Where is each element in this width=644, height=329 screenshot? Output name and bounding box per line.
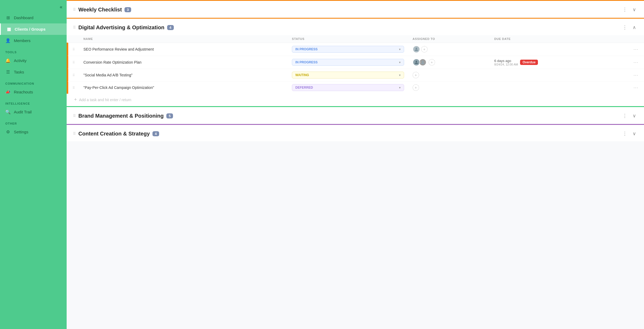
status-label: IN PROGRESS <box>295 47 317 51</box>
avatar <box>419 59 426 66</box>
group-badge: 3 <box>124 7 131 12</box>
sidebar-item-reachouts[interactable]: 📣 Reachouts <box>0 86 67 98</box>
group-more-button[interactable]: ⋮ <box>621 130 629 138</box>
col-name: NAME <box>79 35 288 43</box>
group-title: Digital Advertising & Optimization <box>78 24 164 31</box>
group-title: Content Creation & Strategy <box>78 131 150 137</box>
settings-icon: ⚙ <box>5 129 11 134</box>
sidebar-item-activity[interactable]: 🔔 Activity <box>0 55 67 66</box>
sidebar-item-label: Dashboard <box>14 15 33 20</box>
group-collapse-button[interactable]: ∧ <box>631 23 638 31</box>
task-drag-handle-icon: ⠿ <box>73 61 75 64</box>
status-select[interactable]: IN PROGRESS ▼ <box>292 46 404 53</box>
group-header-left: ⠿ Content Creation & Strategy 4 <box>73 131 618 137</box>
group-header-weekly-checklist[interactable]: ⠿ Weekly Checklist 3 ⋮ ∨ <box>67 1 644 17</box>
task-more-options-button[interactable]: ⋯ <box>632 46 640 53</box>
group-header-actions: ⋮ ∨ <box>621 6 638 14</box>
sidebar-item-label: Settings <box>14 130 28 134</box>
reachouts-icon: 📣 <box>5 89 11 94</box>
svg-point-1 <box>416 61 417 62</box>
group-badge: 4 <box>152 131 159 136</box>
due-date-text: 6 days ago <box>494 59 511 63</box>
status-select[interactable]: WAITING ▼ <box>292 72 404 79</box>
status-label: IN PROGRESS <box>295 60 317 64</box>
sidebar: « ⊞ Dashboard ▦ Clients / Groups 👤 Membe… <box>0 0 67 329</box>
table-row: ⠿ "Social Media Ad A/B Testing" WAITING … <box>67 69 644 81</box>
add-task-row[interactable]: + Add a task and hit enter / return <box>67 94 644 106</box>
group-header-digital-advertising[interactable]: ⠿ Digital Advertising & Optimization 4 ⋮… <box>67 19 644 35</box>
dashboard-icon: ⊞ <box>5 15 11 20</box>
sidebar-item-dashboard[interactable]: ⊞ Dashboard <box>0 12 67 23</box>
collapse-icon: « <box>60 4 62 10</box>
group-more-button[interactable]: ⋮ <box>621 112 629 120</box>
members-icon: 👤 <box>5 38 11 43</box>
table-row: ⠿ SEO Performance Review and Adjustment … <box>67 43 644 56</box>
table-row: ⠿ "Pay-Per-Click Ad Campaign Optimizatio… <box>67 81 644 94</box>
activity-icon: 🔔 <box>5 58 11 63</box>
group-header-actions: ⋮ ∨ <box>621 130 638 138</box>
sidebar-collapse-button[interactable]: « <box>0 0 67 12</box>
task-more-options-button[interactable]: ⋯ <box>632 72 640 79</box>
group-expand-button[interactable]: ∨ <box>631 112 638 120</box>
sidebar-item-label: Audit Trail <box>14 110 32 114</box>
task-more-options-button[interactable]: ⋯ <box>632 84 640 91</box>
add-assignee-button[interactable]: + <box>413 72 419 78</box>
sidebar-item-settings[interactable]: ⚙ Settings <box>0 126 67 138</box>
assignee-group: + <box>413 84 486 91</box>
status-arrow-icon: ▼ <box>399 74 401 77</box>
add-assignee-button[interactable]: + <box>413 84 419 91</box>
svg-point-2 <box>422 61 424 62</box>
section-label-communication: COMMUNICATION <box>0 78 67 86</box>
sidebar-item-clients-groups[interactable]: ▦ Clients / Groups <box>0 23 67 35</box>
sidebar-item-tasks[interactable]: ☰ Tasks <box>0 66 67 78</box>
group-header-content-creation[interactable]: ⠿ Content Creation & Strategy 4 ⋮ ∨ <box>67 125 644 141</box>
col-due: DUE DATE <box>490 35 627 43</box>
task-table: NAME STATUS ASSIGNED TO DUE DATE ⠿ SEO P… <box>67 35 644 94</box>
status-arrow-icon: ▼ <box>399 48 401 51</box>
group-section-content-creation: ⠿ Content Creation & Strategy 4 ⋮ ∨ <box>67 124 644 141</box>
task-drag-handle-icon: ⠿ <box>73 48 75 51</box>
group-more-button[interactable]: ⋮ <box>621 6 629 14</box>
group-section-brand-management: ⠿ Brand Management & Positioning 5 ⋮ ∨ <box>67 106 644 124</box>
group-header-brand-management[interactable]: ⠿ Brand Management & Positioning 5 ⋮ ∨ <box>67 107 644 124</box>
status-select[interactable]: DEFERRED ▼ <box>292 84 404 91</box>
status-label: WAITING <box>295 73 309 77</box>
sidebar-item-label: Tasks <box>14 70 24 74</box>
task-drag-handle-icon: ⠿ <box>73 73 75 77</box>
group-expand-button[interactable]: ∨ <box>631 130 638 138</box>
task-drag-handle-icon: ⠿ <box>73 86 75 90</box>
group-header-left: ⠿ Brand Management & Positioning 5 <box>73 113 618 119</box>
due-date-sub: 8/24/24, 12:00 AM <box>494 63 518 66</box>
overdue-badge: Overdue <box>520 60 538 65</box>
add-task-plus-icon: + <box>74 97 77 102</box>
sidebar-item-label: Activity <box>14 58 27 63</box>
group-title: Brand Management & Positioning <box>78 113 164 119</box>
group-header-left: ⠿ Weekly Checklist 3 <box>73 7 618 13</box>
avatar <box>413 46 420 53</box>
group-header-actions: ⋮ ∧ <box>621 23 638 31</box>
col-status: STATUS <box>288 35 408 43</box>
sidebar-item-members[interactable]: 👤 Members <box>0 35 67 46</box>
audit-icon: 🔍 <box>5 109 11 114</box>
sidebar-item-label: Reachouts <box>14 90 33 94</box>
drag-handle-icon: ⠿ <box>73 7 76 12</box>
add-assignee-button[interactable]: + <box>421 46 428 52</box>
status-arrow-icon: ▼ <box>399 86 401 89</box>
add-assignee-button[interactable]: + <box>429 59 435 65</box>
task-name: "Social Media Ad A/B Testing" <box>83 73 132 77</box>
avatar <box>413 59 420 66</box>
status-select[interactable]: IN PROGRESS ▼ <box>292 59 404 66</box>
task-more-options-button[interactable]: ⋯ <box>632 59 640 66</box>
group-badge: 4 <box>167 25 174 30</box>
status-arrow-icon: ▼ <box>399 61 401 64</box>
task-name: SEO Performance Review and Adjustment <box>83 47 154 51</box>
tasks-icon: ☰ <box>5 69 11 75</box>
due-date-cell: 6 days ago 8/24/24, 12:00 AM Overdue <box>494 59 623 66</box>
sidebar-item-audit-trail[interactable]: 🔍 Audit Trail <box>0 106 67 118</box>
drag-handle-icon: ⠿ <box>73 114 76 118</box>
sidebar-item-label: Members <box>14 38 31 43</box>
group-section-weekly-checklist: ⠿ Weekly Checklist 3 ⋮ ∨ <box>67 0 644 17</box>
add-task-label: Add a task and hit enter / return <box>79 98 131 102</box>
group-more-button[interactable]: ⋮ <box>621 23 629 31</box>
group-expand-button[interactable]: ∨ <box>631 6 638 14</box>
